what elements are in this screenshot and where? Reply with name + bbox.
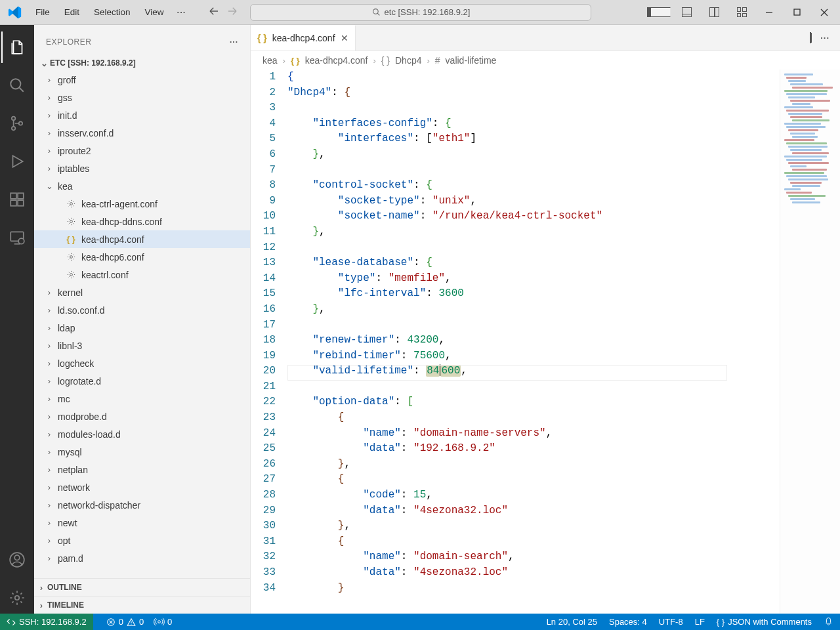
sidebar-more-icon[interactable]: ··· [230,37,238,47]
folder-network[interactable]: ›network [34,478,250,496]
editor-tab[interactable]: { } kea-dhcp4.conf ✕ [251,25,356,51]
file-kea-dhcp6.conf[interactable]: kea-dhcp6.conf [34,248,250,266]
folder-kea[interactable]: ⌄kea [34,177,250,195]
folder-ldap[interactable]: ›ldap [34,319,250,337]
activity-account-icon[interactable] [1,544,33,576]
workspace-root[interactable]: ⌄ETC [SSH: 192.168.9.2] [34,55,250,71]
menu-edit[interactable]: Edit [58,5,86,20]
svg-point-11 [18,238,24,244]
minimap[interactable] [780,70,840,614]
file-kea-dhcp-ddns.conf[interactable]: kea-dhcp-ddns.conf [34,213,250,230]
svg-rect-1 [794,9,800,15]
activity-settings-icon[interactable] [1,582,33,614]
folder-logcheck[interactable]: ›logcheck [34,354,250,372]
folder-iproute2[interactable]: ›iproute2 [34,142,250,159]
svg-rect-6 [10,193,16,199]
menu-overflow-icon[interactable]: ··· [171,5,193,20]
command-center[interactable]: etc [SSH: 192.168.9.2] [250,4,591,21]
folder-mysql[interactable]: ›mysql [34,443,250,461]
window-close-icon[interactable] [812,4,836,21]
folder-init.d[interactable]: ›init.d [34,106,250,124]
status-remote[interactable]: SSH: 192.168.9.2 [0,614,93,630]
window-maximize-icon[interactable] [785,4,808,21]
file-tree[interactable]: ›groff›gss›init.d›insserv.conf.d›iproute… [34,71,250,578]
svg-point-2 [10,79,20,89]
folder-mc[interactable]: ›mc [34,390,250,408]
tab-more-icon[interactable]: ··· [820,33,830,43]
breadcrumb[interactable]: kea› { }kea-dhcp4.conf› { }Dhcp4› #valid… [251,51,840,70]
svg-point-17 [70,256,72,259]
folder-pam.d[interactable]: ›pam.d [34,549,250,567]
folder-opt[interactable]: ›opt [34,532,250,549]
folder-iptables[interactable]: ›iptables [34,159,250,177]
folder-gss[interactable]: ›gss [34,89,250,106]
status-bar: SSH: 192.168.9.2 0 0 0 Ln 20, Col 25 Spa… [0,614,840,630]
tab-filename: kea-dhcp4.conf [272,33,335,43]
status-indent[interactable]: Spaces: 4 [609,617,647,627]
activity-debug-icon[interactable] [1,146,33,177]
menu-file[interactable]: File [29,5,56,20]
svg-point-5 [19,121,22,125]
layout-grid-icon[interactable] [730,4,753,21]
folder-modprobe.d[interactable]: ›modprobe.d [34,408,250,425]
file-keactrl.conf[interactable]: keactrl.conf [34,266,250,284]
svg-point-14 [15,596,20,600]
activity-bar [0,25,34,614]
layout-split-icon[interactable] [702,4,726,21]
svg-rect-8 [18,200,24,206]
activity-extensions-icon[interactable] [1,184,33,215]
activity-scm-icon[interactable] [1,108,33,139]
sidebar-title: EXPLORER [46,37,91,47]
folder-logrotate.d[interactable]: ›logrotate.d [34,372,250,390]
folder-modules-load.d[interactable]: ›modules-load.d [34,425,250,443]
menu-view[interactable]: View [138,5,171,20]
split-editor-icon[interactable] [810,33,811,43]
status-problems[interactable]: 0 0 [106,617,144,627]
folder-groff[interactable]: ›groff [34,71,250,89]
svg-point-20 [158,621,161,623]
nav-forward-icon[interactable] [226,5,238,19]
symbol-object-icon: { } [381,55,390,66]
command-center-label: etc [SSH: 192.168.9.2] [385,7,471,17]
svg-point-4 [12,127,15,130]
svg-rect-9 [18,193,24,199]
nav-back-icon[interactable] [208,5,220,19]
status-language[interactable]: { }JSON with Comments [717,617,812,627]
status-cursor-position[interactable]: Ln 20, Col 25 [547,617,597,627]
file-kea-ctrl-agent.conf[interactable]: kea-ctrl-agent.conf [34,195,250,213]
status-encoding[interactable]: UTF-8 [659,617,683,627]
folder-libnl-3[interactable]: ›libnl-3 [34,337,250,354]
json-file-icon: { } [291,56,300,66]
folder-newt[interactable]: ›newt [34,514,250,532]
symbol-number-icon: # [435,55,440,66]
folder-networkd-dispatcher[interactable]: ›networkd-dispatcher [34,496,250,514]
tab-close-icon[interactable]: ✕ [341,33,348,43]
code-content[interactable]: {"Dhcp4": { "interfaces-config": { "inte… [287,70,780,614]
status-eol[interactable]: LF [695,617,705,627]
outline-section[interactable]: ›OUTLINE [34,578,250,596]
text-editor[interactable]: 1234567891011121314151617181920212223242… [251,70,840,614]
folder-netplan[interactable]: ›netplan [34,461,250,478]
activity-search-icon[interactable] [1,70,33,101]
json-file-icon: { } [257,33,267,43]
activity-explorer-icon[interactable] [1,32,33,63]
folder-insserv.conf.d[interactable]: ›insserv.conf.d [34,124,250,142]
file-kea-dhcp4.conf[interactable]: { }kea-dhcp4.conf [34,230,250,248]
menu-selection[interactable]: Selection [87,5,137,20]
gear-icon [66,217,76,227]
status-ports[interactable]: 0 [154,617,172,627]
folder-kernel[interactable]: ›kernel [34,284,250,301]
window-minimize-icon[interactable] [757,4,781,21]
status-bell-icon[interactable] [824,616,833,628]
layout-panel-icon[interactable] [675,4,698,21]
layout-sidebar-icon[interactable] [647,4,671,21]
svg-point-16 [70,220,72,223]
svg-point-0 [373,9,378,14]
sidebar-explorer: EXPLORER ··· ⌄ETC [SSH: 192.168.9.2] ›gr… [34,25,251,614]
svg-rect-7 [10,200,16,206]
folder-ld.so.conf.d[interactable]: ›ld.so.conf.d [34,301,250,319]
line-gutter: 1234567891011121314151617181920212223242… [251,70,287,614]
svg-point-18 [70,274,72,276]
timeline-section[interactable]: ›TIMELINE [34,596,250,614]
activity-remote-icon[interactable] [1,222,33,253]
